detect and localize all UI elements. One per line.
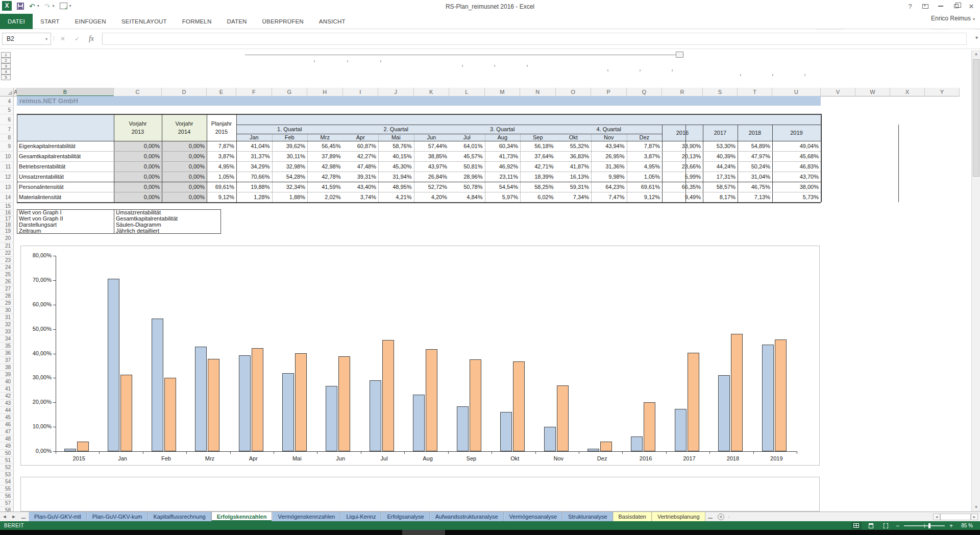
- column-header-K[interactable]: K: [414, 88, 450, 96]
- kpi-month-value[interactable]: 42,78%: [307, 172, 343, 182]
- row-header-8[interactable]: 8: [0, 134, 14, 141]
- kpi-vorjahr-2013[interactable]: 0,00%: [114, 172, 162, 182]
- kpi-month-value[interactable]: 34,29%: [236, 161, 272, 172]
- column-header-B[interactable]: B: [17, 88, 114, 96]
- scroll-up-icon[interactable]: ▲: [972, 50, 980, 58]
- row-header-47[interactable]: 47: [0, 428, 14, 435]
- kpi-vorjahr-2014[interactable]: 0,00%: [162, 182, 207, 192]
- kpi-month-value[interactable]: 64,23%: [591, 182, 627, 192]
- sheet-tab-plan-guv-gkv-mtl[interactable]: Plan-GuV-GKV-mtl: [29, 512, 87, 521]
- row-header-21[interactable]: 21: [0, 242, 14, 250]
- row-header-37[interactable]: 37: [0, 357, 14, 364]
- kpi-vorjahr-2013[interactable]: 0,00%: [114, 192, 162, 202]
- kpi-month-value[interactable]: 4,95%: [627, 161, 663, 172]
- column-header-U[interactable]: U: [772, 88, 821, 96]
- row-header-17[interactable]: 17: [0, 216, 14, 222]
- help-icon[interactable]: ?: [902, 0, 918, 12]
- kpi-month-value[interactable]: 18,39%: [520, 172, 556, 182]
- redo-icon[interactable]: ↷: [44, 2, 51, 10]
- row-header-23[interactable]: 23: [0, 257, 14, 264]
- kpi-month-value[interactable]: 38,85%: [414, 151, 450, 161]
- kpi-month-value[interactable]: 4,20%: [414, 192, 450, 202]
- row-header-27[interactable]: 27: [0, 285, 14, 293]
- kpi-month-value[interactable]: 42,71%: [520, 161, 556, 172]
- kpi-month-value[interactable]: 55,32%: [556, 141, 592, 151]
- kpi-month-value[interactable]: 5,97%: [485, 192, 521, 202]
- setting-value[interactable]: Jährlich detailliert: [114, 228, 221, 234]
- kpi-year-value[interactable]: 43,70%: [772, 172, 821, 182]
- kpi-month-value[interactable]: 54,28%: [272, 172, 308, 182]
- sheet-overflow-left[interactable]: ...: [18, 512, 29, 521]
- kpi-month-value[interactable]: 41,59%: [307, 182, 343, 192]
- row-header-42[interactable]: 42: [0, 393, 14, 400]
- kpi-year-value[interactable]: 44,24%: [703, 161, 738, 172]
- kpi-month-value[interactable]: 42,98%: [307, 161, 343, 172]
- sheet-nav-left-icon[interactable]: ◄: [0, 512, 9, 521]
- kpi-year-value[interactable]: 50,24%: [738, 161, 772, 172]
- row-header-15[interactable]: 15: [0, 203, 14, 210]
- row-header-6[interactable]: 6: [0, 114, 14, 125]
- name-box-dropdown-icon[interactable]: ▾: [43, 33, 50, 45]
- kpi-year-value[interactable]: 23,66%: [662, 161, 703, 172]
- ribbon-options-icon[interactable]: [918, 0, 933, 12]
- kpi-year-value[interactable]: 49,04%: [772, 141, 821, 151]
- setting-value[interactable]: Säulen-Diagramm: [114, 222, 221, 228]
- ribbon-tab-seitenlayout[interactable]: SEITENLAYOUT: [114, 14, 175, 29]
- column-header-F[interactable]: F: [236, 88, 272, 96]
- kpi-chart[interactable]: 0,00%10,00%20,00%30,00%40,00%50,00%60,00…: [20, 246, 820, 466]
- kpi-year-value[interactable]: 40,39%: [703, 151, 738, 161]
- kpi-vorjahr-2014[interactable]: 0,00%: [162, 141, 207, 151]
- undo-icon[interactable]: ↶: [29, 2, 35, 10]
- ribbon-tab-formeln[interactable]: FORMELN: [175, 14, 219, 29]
- kpi-month-value[interactable]: 58,25%: [520, 182, 556, 192]
- column-header-T[interactable]: T: [738, 88, 772, 96]
- row-header-48[interactable]: 48: [0, 435, 14, 443]
- insert-function-icon[interactable]: fx: [86, 33, 97, 45]
- vertical-scrollbar[interactable]: ▲ ▼: [971, 50, 980, 512]
- page-layout-view-icon[interactable]: [866, 522, 876, 529]
- sheet-tab-basisdaten[interactable]: Basisdaten: [613, 512, 652, 521]
- kpi-month-value[interactable]: 37,64%: [520, 151, 556, 161]
- enter-icon[interactable]: ✓: [71, 33, 83, 45]
- kpi-month-value[interactable]: 30,11%: [272, 151, 308, 161]
- setting-value[interactable]: Umsatzrentabilität: [114, 209, 221, 215]
- kpi-month-value[interactable]: 1,05%: [627, 172, 663, 182]
- kpi-month-value[interactable]: 69,61%: [627, 182, 663, 192]
- kpi-month-value[interactable]: 31,37%: [236, 151, 272, 161]
- kpi-year-value[interactable]: 31,04%: [738, 172, 772, 182]
- row-header-45[interactable]: 45: [0, 414, 14, 421]
- kpi-month-value[interactable]: 31,36%: [591, 161, 627, 172]
- kpi-month-value[interactable]: 59,31%: [556, 182, 592, 192]
- row-header-24[interactable]: 24: [0, 264, 14, 271]
- kpi-month-value[interactable]: 7,34%: [556, 192, 592, 202]
- kpi-month-value[interactable]: 16,13%: [556, 172, 592, 182]
- kpi-year-value[interactable]: 46,83%: [772, 161, 821, 172]
- table-header-planjahr[interactable]: Planjahr2015: [207, 114, 236, 141]
- row-header-38[interactable]: 38: [0, 364, 14, 371]
- kpi-year-value[interactable]: 33,90%: [662, 141, 703, 151]
- row-header-18[interactable]: 18: [0, 222, 14, 228]
- row-header-29[interactable]: 29: [0, 300, 14, 307]
- column-header-P[interactable]: P: [591, 88, 627, 96]
- kpi-month-value[interactable]: 4,84%: [449, 192, 485, 202]
- row-header-14[interactable]: 14: [0, 192, 14, 203]
- zoom-slider[interactable]: [904, 525, 945, 526]
- kpi-month-value[interactable]: 60,87%: [343, 141, 379, 151]
- embedded-slider-handle[interactable]: [676, 52, 683, 58]
- scroll-down-icon[interactable]: ▼: [972, 503, 980, 512]
- kpi-year-value[interactable]: 47,97%: [738, 151, 772, 161]
- normal-view-icon[interactable]: [851, 522, 862, 529]
- column-header-O[interactable]: O: [556, 88, 592, 96]
- column-header-X[interactable]: X: [890, 88, 925, 96]
- redo-dropdown-icon[interactable]: ▾: [52, 4, 54, 8]
- table-header-col_vorjahr_2013[interactable]: Vorjahr2013: [114, 114, 162, 141]
- row-header-16[interactable]: 16: [0, 210, 14, 216]
- kpi-vorjahr-2014[interactable]: 0,00%: [162, 151, 207, 161]
- sheet-tab-vermögensanalyse[interactable]: Vermögensanalyse: [504, 512, 563, 521]
- row-header-52[interactable]: 52: [0, 464, 14, 471]
- vertical-scrollbar-thumb[interactable]: [973, 59, 979, 177]
- kpi-month-value[interactable]: 41,87%: [556, 161, 592, 172]
- restore-icon[interactable]: [948, 0, 964, 12]
- sheet-overflow-right[interactable]: ...: [705, 512, 716, 521]
- setting-label[interactable]: Wert von Graph I: [17, 209, 114, 215]
